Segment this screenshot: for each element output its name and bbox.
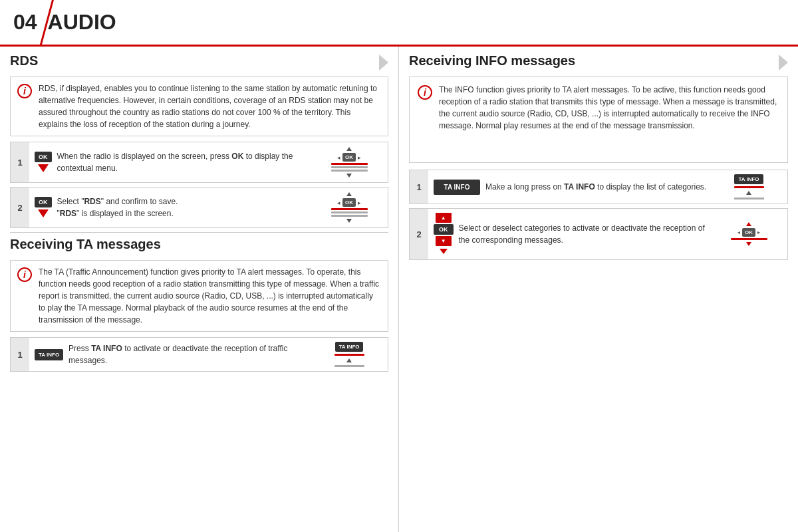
info-icon-info: i [418, 85, 432, 100]
ta-heading: Receiving TA messages [10, 237, 388, 255]
ta-info-diag-btn2: TA INFO [734, 174, 763, 184]
ok-button-display: OK [35, 152, 52, 174]
info-msg-box: i The INFO function gives priority to TA… [409, 76, 788, 163]
main-content: RDS i RDS, if displayed, enables you to … [0, 47, 798, 532]
rds-step1-diagram: ◂ OK ▸ [316, 146, 382, 178]
info-step1-diagram: TA INFO [716, 174, 782, 200]
ta-info-box: i The TA (Traffic Announcement) function… [10, 260, 388, 332]
chevron-left1: ◂ [337, 154, 340, 161]
rds-step1: 1 OK When the radio is displayed on the … [10, 142, 388, 183]
ta-bar1 [334, 365, 364, 367]
rds-step2-text: Select "RDS" and confirm to save."RDS" i… [57, 196, 311, 219]
info-step1: 1 TA INFO Make a long press on TA INFO t… [409, 170, 788, 204]
arrow-up-diag1 [346, 147, 352, 151]
rds-step1-text: When the radio is displayed on the scree… [57, 150, 311, 174]
bar-line1a [331, 166, 368, 168]
ta-step1-text: Press TA INFO to activate or deactivate … [68, 342, 311, 366]
step-number-1: 1 [11, 142, 29, 182]
bar-line2a [331, 211, 368, 213]
rds-info-box: i RDS, if displayed, enables you to cont… [10, 76, 388, 136]
ta-step1-content: TA INFO Press TA INFO to activate or dea… [29, 338, 388, 371]
arrow-down-rds1 [38, 164, 49, 172]
rds-step2-diagram: ◂ OK ▸ [316, 192, 382, 223]
arrow-down-rds2 [38, 209, 49, 217]
ta-bar-red [334, 354, 364, 356]
chapter-number: 04 [13, 10, 37, 35]
arrow-down-diag-info2 [746, 242, 751, 246]
info-icon-ta: i [17, 267, 32, 282]
arrow-up-diag2 [346, 192, 352, 196]
arrow-down-diag2 [346, 219, 352, 223]
ta-info-text: The TA (Traffic Announcement) function g… [39, 266, 381, 326]
arrow-up-btn: ▲ [436, 213, 452, 223]
ok-btn-rds1: OK [35, 152, 52, 162]
chevron-left2: ◂ [337, 200, 340, 206]
ok-btn-info2: OK [434, 224, 454, 235]
chevron-right1: ▸ [358, 154, 361, 161]
ta-step1: 1 TA INFO Press TA INFO to activate or d… [10, 337, 388, 372]
arrow-down-diag1 [346, 174, 352, 178]
ta-step-number-1: 1 [11, 338, 29, 371]
info-step-number-1: 1 [410, 170, 428, 203]
arrow-up-diag-info2 [746, 222, 751, 226]
page-header: 04 AUDIO [0, 0, 798, 47]
arrow-down-btn: ▼ [436, 236, 452, 246]
bar-line-red-info2 [731, 238, 767, 240]
rds-heading: RDS [10, 53, 388, 71]
left-column: RDS i RDS, if displayed, enables you to … [0, 47, 399, 532]
ta-step1-diagram: TA INFO [316, 342, 382, 367]
ok-diag1: OK [342, 153, 356, 162]
info-step-number-2: 2 [410, 209, 428, 259]
right-column: Receiving INFO messages i The INFO funct… [399, 47, 798, 532]
info-bar1 [734, 198, 764, 200]
step-number-2: 2 [11, 188, 29, 227]
bar-line1b [331, 170, 368, 172]
ta-info-diag-btn: TA INFO [335, 342, 362, 352]
rds-step2: 2 OK Select "RDS" and confirm to save."R… [10, 187, 388, 228]
ta-info-btn-right1: TA INFO [434, 180, 480, 195]
rds-step2-content: OK Select "RDS" and confirm to save."RDS… [29, 188, 388, 227]
info-step2-controls: ▲ OK ▼ [434, 213, 454, 255]
ok-diag-info2: OK [742, 228, 755, 237]
divider1 [10, 232, 388, 233]
info-step1-text: Make a long press on TA INFO to display … [485, 181, 710, 193]
ok-diag2: OK [342, 198, 356, 207]
ta-arrow-up [346, 358, 352, 362]
rds-step1-content: OK When the radio is displayed on the sc… [29, 142, 388, 182]
rds-info-text: RDS, if displayed, enables you to contin… [39, 82, 381, 130]
chevron-right-info2: ▸ [757, 229, 760, 235]
info-icon-rds: i [17, 84, 32, 98]
bar-line2b [331, 215, 368, 217]
ta-info-btn-left: TA INFO [35, 349, 63, 360]
info-bar-red1 [734, 186, 764, 188]
chevron-right2: ▸ [358, 200, 361, 206]
info-step2-text: Select or deselect categories to activat… [459, 222, 711, 246]
info-step2-content: ▲ OK ▼ Select or deselect categories to … [428, 209, 787, 259]
ok-btn-rds2: OK [35, 197, 52, 207]
info-msg-text: The INFO function gives priority to TA a… [439, 84, 779, 156]
chevron-left-info2: ◂ [737, 229, 740, 235]
info-arrow-up1 [746, 191, 751, 195]
chapter-title: AUDIO [48, 10, 116, 35]
arrow-down-step2 [440, 249, 448, 254]
info-step2-diagram: ◂ OK ▸ [716, 221, 782, 247]
bar-line-red2 [331, 208, 368, 210]
bar-line-red1 [331, 163, 368, 165]
info-step1-content: TA INFO Make a long press on TA INFO to … [428, 170, 787, 203]
info-heading: Receiving INFO messages [409, 53, 788, 71]
ok-button-display2: OK [35, 197, 52, 219]
info-step2: 2 ▲ OK ▼ Select or deselect categories t… [409, 208, 788, 260]
